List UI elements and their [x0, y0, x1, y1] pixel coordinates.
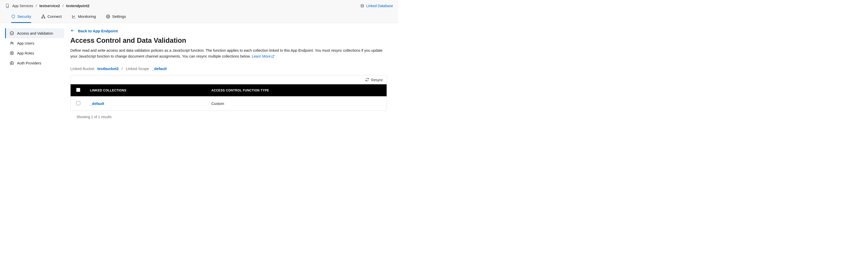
svg-point-12 — [11, 63, 11, 63]
svg-point-8 — [12, 42, 13, 43]
collections-table-card: Resync LINKED COLLECTIONS ACCESS CONTROL… — [70, 75, 387, 111]
linked-bucket-label: Linked Bucket — [70, 66, 94, 71]
col-header-access-type: ACCESS CONTROL FUNCTION TYPE — [207, 84, 386, 97]
svg-point-2 — [361, 4, 364, 5]
linked-scope-label: Linked Scope — [126, 66, 149, 71]
breadcrumb-separator: / — [36, 4, 37, 8]
sidebar-item-auth-providers[interactable]: Auth Providers — [5, 58, 64, 68]
svg-point-1 — [7, 7, 8, 7]
learn-more-link[interactable]: Learn More — [252, 54, 275, 58]
resync-label: Resync — [371, 78, 383, 82]
network-icon — [41, 14, 45, 19]
page-description-text: Define read and write access and data va… — [70, 48, 382, 58]
tab-monitoring[interactable]: Monitoring — [72, 12, 96, 23]
sidebar-item-app-roles[interactable]: App Roles — [5, 48, 64, 58]
svg-point-10 — [11, 52, 12, 53]
resync-button[interactable]: Resync — [365, 78, 383, 82]
breadcrumb-endpoint[interactable]: testendpoint2 — [66, 4, 89, 8]
tab-connect[interactable]: Connect — [41, 12, 62, 23]
page-title: Access Control and Data Validation — [70, 37, 387, 44]
mobile-device-icon — [5, 4, 10, 8]
tab-label: Settings — [112, 14, 126, 19]
shield-icon — [11, 14, 15, 19]
svg-rect-3 — [43, 15, 44, 15]
svg-point-7 — [11, 42, 12, 43]
linked-scope-value[interactable]: _default — [152, 66, 167, 71]
sidebar-label: Access and Validation — [17, 31, 53, 35]
refresh-icon — [365, 78, 369, 82]
external-link-icon — [271, 55, 275, 58]
svg-rect-5 — [44, 17, 45, 18]
breadcrumb-root[interactable]: App Services — [12, 4, 33, 8]
arrow-left-icon — [70, 28, 75, 34]
collection-link[interactable]: _default — [90, 102, 104, 106]
id-card-icon — [9, 61, 14, 65]
top-tabs: Security Connect Monitoring — [5, 11, 393, 23]
svg-rect-4 — [42, 17, 43, 18]
collections-table: LINKED COLLECTIONS ACCESS CONTROL FUNCTI… — [70, 84, 386, 110]
sidebar-item-app-users[interactable]: App Users — [5, 38, 64, 48]
breadcrumb-separator: / — [62, 4, 63, 8]
check-badge-icon — [9, 31, 14, 35]
linked-bucket-value[interactable]: testbucket2 — [97, 66, 119, 71]
sidebar: Access and Validation App Users App Role… — [0, 28, 64, 119]
row-checkbox[interactable] — [76, 101, 80, 105]
col-header-linked-collections: LINKED COLLECTIONS — [86, 84, 207, 97]
back-to-endpoint-link[interactable]: Back to App Endpoint — [70, 28, 387, 34]
linked-database-link[interactable]: Linked Database — [360, 4, 393, 8]
table-row: _default Custom — [70, 97, 386, 111]
users-icon — [9, 41, 14, 45]
page-description: Define read and write access and data va… — [70, 47, 387, 59]
tab-label: Monitoring — [78, 14, 96, 19]
sidebar-label: Auth Providers — [17, 61, 41, 65]
select-all-checkbox[interactable] — [76, 88, 80, 92]
breadcrumb-service[interactable]: testservice2 — [39, 4, 60, 8]
chart-icon — [72, 14, 76, 19]
access-type-cell: Custom — [207, 97, 386, 111]
user-circle-icon — [9, 51, 14, 55]
tab-label: Connect — [48, 14, 62, 19]
database-icon — [360, 4, 364, 8]
gear-icon — [106, 14, 110, 19]
learn-more-label: Learn More — [252, 54, 271, 58]
tab-label: Security — [17, 14, 31, 19]
results-footer: Showing 1 of 1 results — [70, 111, 387, 119]
tab-settings[interactable]: Settings — [106, 12, 126, 23]
linked-context-row: Linked Bucket testbucket2 / Linked Scope… — [70, 66, 387, 71]
context-separator: / — [122, 66, 123, 71]
tab-security[interactable]: Security — [11, 12, 31, 23]
sidebar-label: App Users — [17, 41, 34, 45]
svg-rect-11 — [10, 62, 13, 64]
back-label: Back to App Endpoint — [78, 29, 118, 33]
sidebar-label: App Roles — [17, 51, 34, 55]
breadcrumb: App Services / testservice2 / testendpoi… — [5, 4, 89, 8]
svg-point-6 — [107, 16, 108, 17]
sidebar-item-access-validation[interactable]: Access and Validation — [5, 28, 64, 38]
linked-database-label: Linked Database — [366, 4, 393, 8]
